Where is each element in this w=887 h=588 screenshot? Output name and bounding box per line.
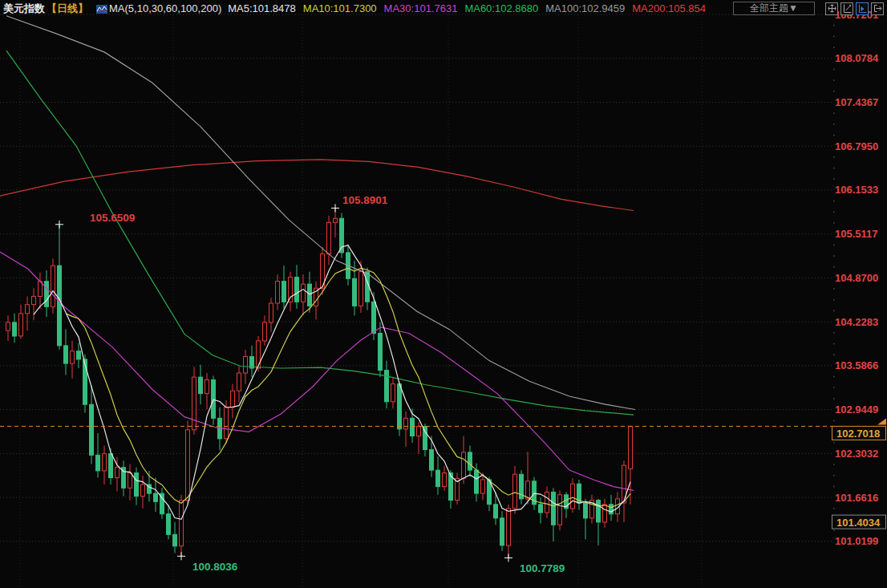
trading-app-window: 美元指数 【日线】 MA(5,10,30,60,100,200) MA5:101…	[0, 0, 887, 588]
realtime-chart-button[interactable]	[856, 2, 869, 15]
pan-tool-button[interactable]	[825, 2, 838, 15]
current-price-box: 102.7018	[832, 426, 886, 440]
chevron-down-icon: ▼	[788, 2, 798, 14]
svg-text:102.3032: 102.3032	[835, 448, 878, 460]
prev-close-price-box: 101.4034	[832, 515, 886, 529]
theme-dropdown[interactable]: 全部主题▼	[733, 2, 815, 15]
ma-line-ma30	[0, 252, 634, 490]
svg-text:100.8036: 100.8036	[192, 561, 238, 573]
ma-line-ma60	[6, 51, 634, 415]
grid-layer	[0, 14, 835, 588]
svg-text:101.4034: 101.4034	[836, 517, 881, 529]
ma-settings-label: MA(5,10,30,60,100,200)	[109, 2, 221, 14]
ma10-value: MA10:101.7300	[303, 2, 377, 14]
ma5-value: MA5:101.8478	[228, 2, 296, 14]
axis-scale-button[interactable]	[840, 2, 853, 15]
chart-header-bar: 美元指数 【日线】 MA(5,10,30,60,100,200) MA5:101…	[0, 0, 887, 16]
price-annotation: 105.6509	[55, 212, 135, 229]
svg-text:103.5866: 103.5866	[835, 359, 878, 371]
candle-layer	[6, 208, 633, 558]
svg-text:102.7018: 102.7018	[836, 428, 880, 440]
theme-dropdown-label: 全部主题	[750, 2, 788, 14]
svg-text:108.0784: 108.0784	[835, 52, 879, 64]
ma-line-ma200	[0, 160, 634, 211]
ma100-value: MA100:102.9459	[545, 2, 625, 14]
price-annotation: 105.8901	[331, 194, 388, 212]
svg-text:105.5117: 105.5117	[835, 228, 878, 240]
indicator-icon	[96, 4, 107, 13]
latest-price-arrow-icon	[877, 418, 886, 424]
price-annotation: 100.8036	[177, 552, 238, 573]
current-price-line	[0, 418, 886, 426]
svg-text:100.7789: 100.7789	[520, 562, 565, 574]
candlestick-chart[interactable]: 108.7201108.0784107.4367106.7950106.1533…	[0, 0, 887, 588]
ma200-value: MA200:105.854	[632, 2, 706, 14]
exit-chart-button[interactable]	[871, 2, 884, 15]
svg-text:104.2283: 104.2283	[835, 316, 878, 328]
price-annotation: 100.7789	[504, 554, 565, 574]
svg-text:101.0199: 101.0199	[835, 535, 878, 547]
svg-text:105.8901: 105.8901	[342, 194, 388, 206]
svg-text:101.6616: 101.6616	[835, 492, 878, 504]
interval-label: 【日线】	[47, 2, 88, 16]
ma60-value: MA60:102.8680	[464, 2, 538, 14]
svg-text:106.7950: 106.7950	[835, 140, 878, 152]
svg-text:105.6509: 105.6509	[90, 212, 135, 224]
exit-arrow-icon	[873, 4, 882, 13]
svg-text:102.9449: 102.9449	[835, 403, 878, 416]
realtime-chart-icon	[858, 4, 867, 13]
svg-text:104.8700: 104.8700	[835, 272, 878, 284]
svg-text:106.1533: 106.1533	[835, 184, 878, 196]
svg-text:107.4367: 107.4367	[835, 96, 878, 108]
pan-icon	[828, 4, 836, 13]
ma30-value: MA30:101.7631	[384, 2, 458, 14]
symbol-title: 美元指数	[3, 2, 45, 16]
price-axis: 108.7201108.0784107.4367106.7950106.1533…	[835, 9, 879, 548]
axis-scale-icon	[843, 4, 852, 13]
